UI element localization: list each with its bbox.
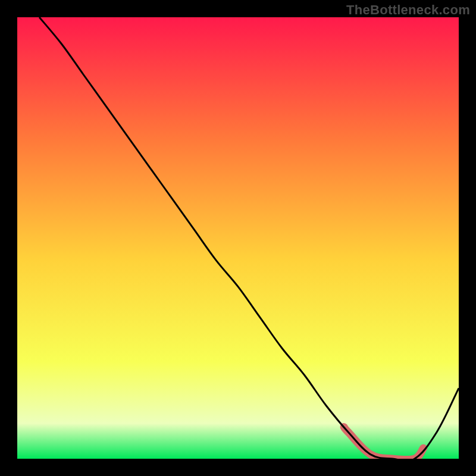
- plot-svg: [17, 17, 459, 459]
- plot-area: [17, 17, 459, 459]
- chart-container: TheBottleneck.com: [0, 0, 476, 476]
- watermark-text: TheBottleneck.com: [346, 2, 470, 18]
- gradient-background: [17, 17, 459, 459]
